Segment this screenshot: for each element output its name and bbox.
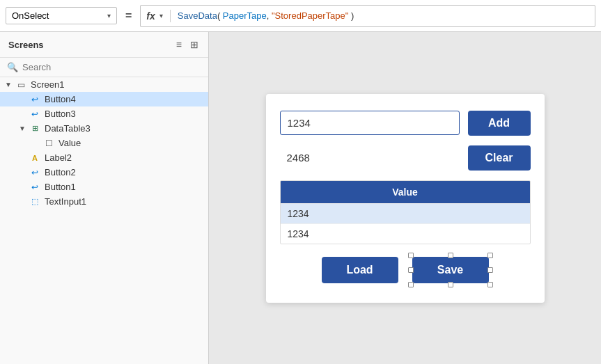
row-add: Add bbox=[280, 111, 531, 136]
formula-fx-icon: fx bbox=[146, 10, 155, 22]
tree-label-value: Value bbox=[58, 138, 81, 148]
tree-label-screen1: Screen1 bbox=[31, 79, 64, 90]
tree-item-value[interactable]: ☐ Value bbox=[0, 136, 208, 150]
tree-label-button4: Button4 bbox=[45, 94, 76, 104]
button-icon-4: ↩ bbox=[28, 95, 42, 104]
datatable-icon: ⊞ bbox=[28, 124, 42, 133]
top-bar: OnSelect ▾ = fx ▾ SaveData( PaperTape, "… bbox=[0, 0, 601, 32]
formula-chevron-icon: ▾ bbox=[159, 12, 163, 19]
tree-item-button2[interactable]: ↩ Button2 bbox=[0, 165, 208, 180]
tree-label-datatable3: DataTable3 bbox=[45, 123, 91, 134]
sidebar-title: Screens bbox=[8, 40, 44, 50]
checkbox-icon: ☐ bbox=[42, 139, 56, 148]
tree-arrow-button2 bbox=[17, 168, 28, 176]
sidebar-icons: ≡ ⊞ bbox=[175, 38, 200, 52]
tree-item-label2[interactable]: A Label2 bbox=[0, 150, 208, 165]
bottom-row: Load Save bbox=[280, 257, 531, 283]
tree-item-screen1[interactable]: ▼ ▭ Screen1 bbox=[0, 77, 208, 92]
formula-divider bbox=[170, 10, 171, 22]
tree-arrow-datatable3: ▼ bbox=[17, 125, 28, 132]
sidebar: Screens ≡ ⊞ 🔍 ▼ ▭ Screen1 ↩ Button4 bbox=[0, 32, 209, 364]
equals-sign: = bbox=[123, 10, 134, 22]
onselect-label: OnSelect bbox=[12, 10, 49, 21]
tree-label-label2: Label2 bbox=[45, 152, 72, 163]
search-icon: 🔍 bbox=[7, 62, 18, 72]
load-button[interactable]: Load bbox=[322, 257, 398, 283]
tree-label-button2: Button2 bbox=[45, 167, 76, 177]
tree-item-textinput1[interactable]: ⬚ TextInput1 bbox=[0, 194, 208, 209]
formula-text: SaveData( PaperTape, "StoredPaperTape" ) bbox=[178, 10, 354, 21]
tree-arrow-button3 bbox=[17, 110, 28, 118]
clear-button[interactable]: Clear bbox=[468, 145, 531, 171]
formula-bar[interactable]: fx ▾ SaveData( PaperTape, "StoredPaperTa… bbox=[140, 5, 595, 27]
tree-label-button3: Button3 bbox=[45, 109, 76, 119]
onselect-dropdown[interactable]: OnSelect ▾ bbox=[6, 7, 117, 24]
canvas-area: Add 2468 Clear Value 1234 1234 Load Save bbox=[209, 32, 601, 364]
tree-item-button4[interactable]: ↩ Button4 bbox=[0, 92, 208, 106]
tree-arrow-value bbox=[31, 139, 42, 147]
button-icon-2: ↩ bbox=[28, 168, 42, 177]
list-view-button[interactable]: ≡ bbox=[175, 38, 183, 52]
tree-item-button1[interactable]: ↩ Button1 bbox=[0, 180, 208, 194]
text-input-field[interactable] bbox=[280, 111, 460, 135]
search-bar: 🔍 bbox=[0, 58, 208, 77]
textinput-icon: ⬚ bbox=[28, 197, 42, 206]
main-area: Screens ≡ ⊞ 🔍 ▼ ▭ Screen1 ↩ Button4 bbox=[0, 32, 601, 364]
label-icon-2: A bbox=[28, 154, 42, 162]
add-button[interactable]: Add bbox=[468, 111, 531, 136]
save-button-wrapper: Save bbox=[412, 257, 489, 283]
button-icon-3: ↩ bbox=[28, 109, 42, 119]
tree-label-button1: Button1 bbox=[45, 182, 76, 192]
tree: ▼ ▭ Screen1 ↩ Button4 ↩ Button3 ▼ ⊞ Data… bbox=[0, 77, 208, 364]
search-input[interactable] bbox=[22, 62, 201, 72]
screen-icon: ▭ bbox=[14, 80, 28, 90]
app-card: Add 2468 Clear Value 1234 1234 Load Save bbox=[266, 94, 545, 303]
dropdown-chevron-icon: ▾ bbox=[107, 12, 111, 19]
table-row-1: 1234 bbox=[281, 203, 530, 223]
tree-arrow-screen1: ▼ bbox=[3, 81, 14, 88]
button-icon-1: ↩ bbox=[28, 182, 42, 192]
tree-arrow-textinput1 bbox=[17, 198, 28, 205]
tree-arrow-label2 bbox=[17, 154, 28, 161]
grid-view-button[interactable]: ⊞ bbox=[189, 38, 200, 52]
table-row-2: 1234 bbox=[281, 223, 530, 244]
tree-item-button3[interactable]: ↩ Button3 bbox=[0, 106, 208, 121]
tree-arrow-button1 bbox=[17, 183, 28, 191]
data-table: Value 1234 1234 bbox=[280, 180, 531, 244]
static-value: 2468 bbox=[280, 146, 460, 169]
tree-item-datatable3[interactable]: ▼ ⊞ DataTable3 bbox=[0, 121, 208, 136]
tree-label-textinput1: TextInput1 bbox=[45, 196, 86, 207]
sidebar-header: Screens ≡ ⊞ bbox=[0, 32, 208, 58]
row-clear: 2468 Clear bbox=[280, 145, 531, 171]
save-button[interactable]: Save bbox=[412, 257, 489, 283]
tree-arrow-button4 bbox=[17, 95, 28, 103]
data-table-header: Value bbox=[281, 181, 530, 203]
